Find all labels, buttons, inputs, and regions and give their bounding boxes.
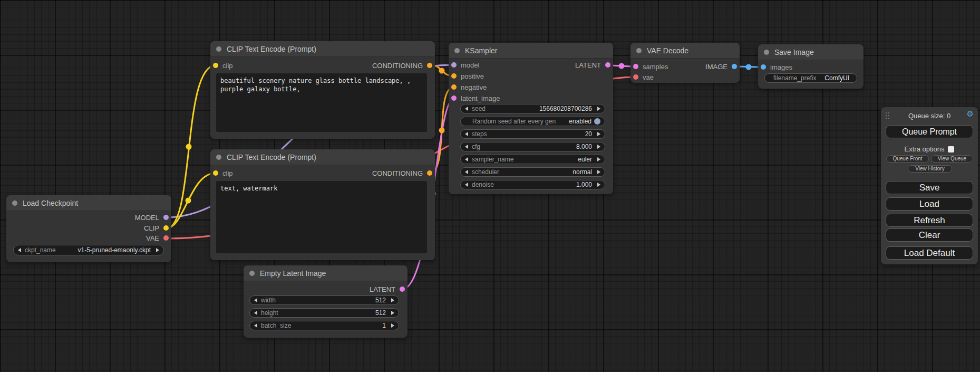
prev-value-arrow-icon[interactable] [465, 145, 468, 149]
node-title-bar[interactable]: KSampler [449, 43, 613, 59]
clip-input-dot[interactable] [213, 170, 218, 176]
node-clip-text-encode-positive[interactable]: CLIP Text Encode (Prompt) clip CONDITION… [210, 41, 435, 139]
collapse-dot-icon[interactable] [216, 46, 221, 52]
view-queue-button[interactable]: View Queue [931, 155, 973, 163]
latent-output-dot[interactable] [605, 62, 610, 68]
node-load-checkpoint[interactable]: Load Checkpoint MODEL CLIP VAE ckpt_name… [6, 195, 171, 262]
next-value-arrow-icon[interactable] [597, 183, 600, 187]
next-value-arrow-icon[interactable] [597, 145, 600, 149]
prev-value-arrow-icon[interactable] [465, 170, 468, 174]
positive-input-dot[interactable] [451, 73, 457, 79]
load-button[interactable]: Load [886, 197, 973, 211]
conditioning-output-dot[interactable] [427, 170, 432, 176]
widget-height[interactable]: height 512 [249, 308, 399, 318]
prev-value-arrow-icon[interactable] [254, 298, 257, 302]
next-value-arrow-icon[interactable] [391, 311, 394, 315]
clip-input-dot[interactable] [213, 63, 218, 68]
next-value-arrow-icon[interactable] [156, 248, 159, 252]
output-slot-image[interactable]: IMAGE [705, 61, 737, 72]
collapse-dot-icon[interactable] [216, 155, 221, 160]
widget-sampler-name[interactable]: sampler_name euler [460, 155, 605, 164]
next-value-arrow-icon[interactable] [597, 132, 600, 136]
gear-icon[interactable]: ⚙ [967, 110, 974, 118]
node-title-bar[interactable]: VAE Decode [630, 43, 740, 59]
input-slot-samples[interactable]: samples [633, 61, 668, 72]
vae-input-dot[interactable] [633, 74, 638, 80]
output-slot-clip[interactable]: CLIP [144, 223, 169, 233]
widget-ckpt-name[interactable]: ckpt_name v1-5-pruned-emaonly.ckpt [13, 245, 164, 255]
clip-output-dot[interactable] [163, 225, 169, 231]
input-slot-positive[interactable]: positive [451, 71, 484, 81]
view-history-button[interactable]: View History [908, 165, 952, 173]
node-clip-text-encode-negative[interactable]: CLIP Text Encode (Prompt) clip CONDITION… [210, 149, 435, 260]
widget-scheduler[interactable]: scheduler normal [460, 167, 605, 177]
node-title-bar[interactable]: CLIP Text Encode (Prompt) [210, 41, 435, 57]
latent-image-input-dot[interactable] [451, 96, 457, 101]
save-button[interactable]: Save [886, 181, 973, 194]
node-title-bar[interactable]: Empty Latent Image [244, 265, 407, 281]
widget-random-seed-toggle[interactable]: Random seed after every gen enabled [460, 117, 605, 126]
input-slot-model[interactable]: model [451, 60, 479, 70]
comfyui-canvas[interactable]: { "colors": { "model": "#B19BE0", "clip"… [0, 0, 980, 372]
output-slot-vae[interactable]: VAE [146, 233, 169, 243]
input-slot-clip[interactable]: clip [213, 168, 233, 178]
load-default-button[interactable]: Load Default [886, 246, 973, 260]
input-slot-images[interactable]: images [761, 62, 792, 72]
widget-seed[interactable]: seed 156680208700286 [460, 104, 605, 113]
images-input-dot[interactable] [761, 64, 766, 70]
conditioning-output-dot[interactable] [427, 63, 432, 68]
samples-input-dot[interactable] [633, 64, 638, 69]
node-save-image[interactable]: Save Image images filename_prefix ComfyU… [758, 44, 863, 89]
widget-denoise[interactable]: denoise 1.000 [460, 180, 605, 189]
collapse-dot-icon[interactable] [764, 50, 769, 55]
output-slot-conditioning[interactable]: CONDITIONING [372, 168, 432, 178]
prev-value-arrow-icon[interactable] [465, 157, 468, 161]
queue-front-button[interactable]: Queue Front [886, 155, 929, 163]
queue-panel[interactable]: Queue size: 0 ⚙ Queue Prompt Extra optio… [881, 107, 978, 264]
collapse-dot-icon[interactable] [249, 271, 255, 276]
negative-input-dot[interactable] [451, 84, 457, 90]
model-input-dot[interactable] [451, 62, 457, 68]
collapse-dot-icon[interactable] [454, 48, 460, 53]
vae-output-dot[interactable] [163, 235, 169, 241]
next-value-arrow-icon[interactable] [597, 157, 600, 161]
next-value-arrow-icon[interactable] [597, 170, 600, 174]
node-ksampler[interactable]: KSampler model LATENT positive negative … [449, 43, 613, 194]
collapse-dot-icon[interactable] [12, 201, 17, 206]
input-slot-vae[interactable]: vae [633, 72, 654, 82]
node-empty-latent-image[interactable]: Empty Latent Image LATENT width 512 heig… [244, 265, 407, 338]
next-value-arrow-icon[interactable] [391, 298, 394, 302]
node-title-bar[interactable]: Load Checkpoint [6, 195, 171, 211]
prev-value-arrow-icon[interactable] [465, 132, 468, 136]
widget-cfg[interactable]: cfg 8.000 [460, 142, 605, 151]
widget-batch-size[interactable]: batch_size 1 [249, 321, 399, 330]
widget-steps[interactable]: steps 20 [460, 129, 605, 139]
negative-prompt-textarea[interactable]: text, watermark [216, 181, 427, 253]
extra-options-checkbox[interactable] [948, 146, 954, 152]
widget-width[interactable]: width 512 [249, 295, 399, 305]
image-output-dot[interactable] [732, 64, 737, 69]
next-value-arrow-icon[interactable] [391, 323, 394, 328]
prev-value-arrow-icon[interactable] [465, 107, 468, 111]
prev-value-arrow-icon[interactable] [254, 323, 257, 328]
input-slot-negative[interactable]: negative [451, 82, 487, 92]
collapse-dot-icon[interactable] [636, 48, 642, 53]
refresh-button[interactable]: Refresh [886, 214, 973, 227]
node-vae-decode[interactable]: VAE Decode samples IMAGE vae [630, 43, 740, 83]
input-slot-latent-image[interactable]: latent_image [451, 93, 500, 103]
output-slot-model[interactable]: MODEL [135, 212, 169, 223]
positive-prompt-textarea[interactable]: beautiful scenery nature glass bottle la… [216, 73, 427, 132]
clear-button[interactable]: Clear [886, 228, 973, 242]
prev-value-arrow-icon[interactable] [18, 248, 21, 252]
widget-filename-prefix[interactable]: filename_prefix ComfyUI [764, 73, 857, 83]
output-slot-latent[interactable]: LATENT [575, 60, 610, 70]
output-slot-latent[interactable]: LATENT [370, 284, 405, 294]
latent-output-dot[interactable] [400, 287, 405, 292]
next-value-arrow-icon[interactable] [597, 107, 600, 111]
toggle-on-icon[interactable] [594, 118, 600, 125]
queue-prompt-button[interactable]: Queue Prompt [886, 125, 973, 138]
model-output-dot[interactable] [163, 215, 169, 220]
input-slot-clip[interactable]: clip [213, 60, 233, 71]
prev-value-arrow-icon[interactable] [465, 183, 468, 187]
node-title-bar[interactable]: CLIP Text Encode (Prompt) [210, 149, 435, 165]
